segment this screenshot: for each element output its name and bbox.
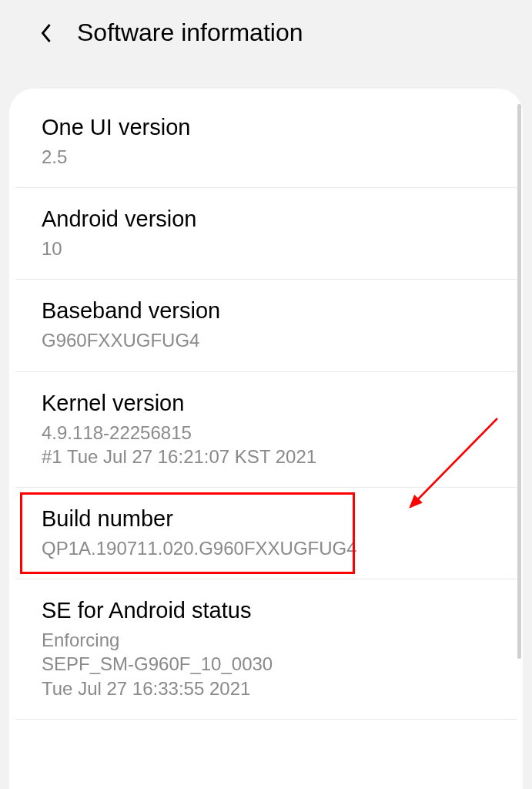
- item-value: 2.5: [42, 145, 490, 169]
- header: Software information: [0, 0, 532, 65]
- list-item-build-number[interactable]: Build number QP1A.190711.020.G960FXXUGFU…: [15, 488, 517, 579]
- list-item-android-version[interactable]: Android version 10: [15, 188, 517, 280]
- item-title: One UI version: [42, 115, 490, 140]
- highlight-box-annotation: [20, 492, 355, 574]
- list-item-kernel-version[interactable]: Kernel version 4.9.118-22256815 #1 Tue J…: [15, 372, 517, 488]
- list-item-one-ui-version[interactable]: One UI version 2.5: [15, 96, 517, 188]
- content-card: One UI version 2.5 Android version 10 Ba…: [9, 89, 523, 789]
- list-item-baseband-version[interactable]: Baseband version G960FXXUGFUG4: [15, 280, 517, 371]
- item-value: Enforcing SEPF_SM-G960F_10_0030 Tue Jul …: [42, 628, 490, 700]
- item-value: QP1A.190711.020.G960FXXUGFUG4: [42, 536, 490, 560]
- item-value: G960FXXUGFUG4: [42, 328, 490, 352]
- item-title: SE for Android status: [42, 598, 490, 623]
- item-title: Kernel version: [42, 391, 490, 416]
- scrollbar[interactable]: [517, 104, 521, 659]
- item-value: 4.9.118-22256815 #1 Tue Jul 27 16:21:07 …: [42, 421, 490, 468]
- item-value: 10: [42, 237, 490, 260]
- back-icon[interactable]: [34, 21, 59, 45]
- item-title: Baseband version: [42, 298, 490, 324]
- list-item-se-android-status[interactable]: SE for Android status Enforcing SEPF_SM-…: [15, 579, 517, 720]
- page-title: Software information: [77, 18, 303, 47]
- item-title: Build number: [42, 506, 490, 532]
- item-title: Android version: [42, 206, 490, 232]
